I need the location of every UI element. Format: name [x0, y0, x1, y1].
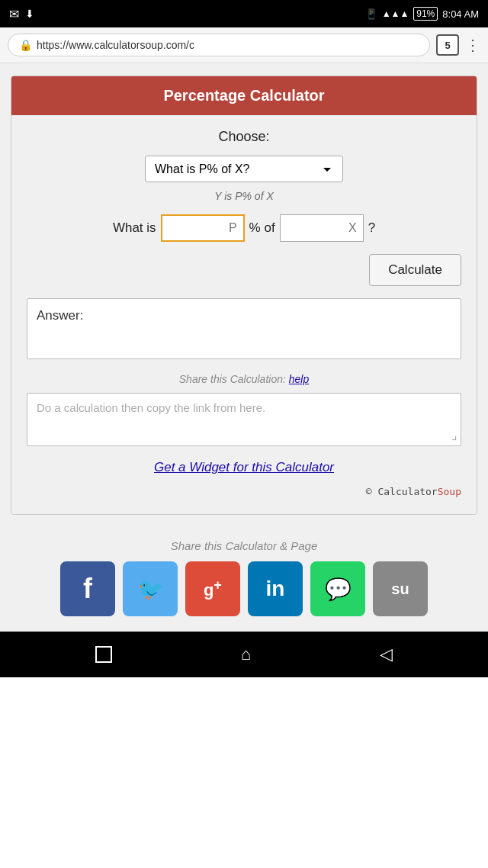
facebook-icon: f — [83, 573, 92, 605]
battery-icon: 91% — [413, 7, 438, 21]
linkedin-icon: in — [266, 577, 285, 601]
calculator-body: Choose: What is P% of X? P is what % of … — [11, 115, 477, 514]
share-calc-text: Share this Calculation: — [179, 373, 286, 385]
signal-icon: ▲▲▲ — [382, 8, 409, 19]
calculate-button[interactable]: Calculate — [369, 254, 461, 286]
answer-label: Answer: — [37, 308, 83, 323]
linkedin-share-button[interactable]: in — [248, 561, 303, 616]
formula-select[interactable]: What is P% of X? P is what % of X? P is … — [145, 156, 343, 182]
copyright: © CalculatorSoup — [27, 486, 461, 497]
facebook-share-button[interactable]: f — [60, 561, 115, 616]
time-display: 8:04 AM — [442, 8, 479, 20]
choose-label: Choose: — [27, 129, 461, 145]
twitter-icon: 🐦 — [137, 577, 164, 602]
calculator-card: Percentage Calculator Choose: What is P%… — [11, 76, 477, 515]
bottom-nav-bar: ⌂ ◁ — [0, 632, 488, 677]
dropdown-wrapper: What is P% of X? P is what % of X? P is … — [27, 156, 461, 182]
share-link-placeholder: Do a calculation then copy the link from… — [37, 401, 265, 414]
twitter-share-button[interactable]: 🐦 — [123, 561, 178, 616]
tab-count-button[interactable]: 5 — [436, 34, 459, 56]
whatsapp-icon: 💬 — [325, 577, 352, 602]
main-content: Percentage Calculator Choose: What is P%… — [0, 63, 488, 527]
status-bar: ✉ ⬇ 📱 ▲▲▲ 91% 8:04 AM — [0, 0, 488, 27]
whatsapp-share-button[interactable]: 💬 — [310, 561, 365, 616]
widget-link: Get a Widget for this Calculator — [27, 460, 461, 475]
share-section: Share this Calculator & Page f 🐦 g+ in 💬… — [0, 527, 488, 632]
gmail-icon: ✉ — [9, 7, 19, 21]
browser-bar: 🔒 https://www.calculatorsoup.com/c 5 ⋮ — [0, 27, 488, 63]
url-bar[interactable]: 🔒 https://www.calculatorsoup.com/c — [8, 34, 430, 56]
nav-square-icon[interactable] — [95, 646, 112, 663]
percent-sign-label: % of — [249, 220, 275, 236]
phone-icon: 📱 — [365, 8, 377, 20]
calculator-title: Percentage Calculator — [163, 87, 324, 104]
x-input[interactable] — [280, 214, 364, 242]
social-icons-row: f 🐦 g+ in 💬 su — [11, 561, 477, 616]
share-link-box[interactable]: Do a calculation then copy the link from… — [27, 393, 461, 446]
googleplus-share-button[interactable]: g+ — [185, 561, 240, 616]
calculate-button-row: Calculate — [27, 254, 461, 286]
browser-menu-button[interactable]: ⋮ — [465, 36, 480, 54]
share-page-label: Share this Calculator & Page — [11, 539, 477, 552]
url-text: https://www.calculatorsoup.com/c — [37, 39, 194, 51]
nav-back-icon[interactable]: ◁ — [380, 645, 393, 664]
lock-icon: 🔒 — [19, 39, 32, 51]
stumbleupon-share-button[interactable]: su — [373, 561, 428, 616]
copyright-soup: Soup — [438, 486, 461, 497]
share-calc-row: Share this Calculation: help — [27, 373, 461, 385]
answer-box: Answer: — [27, 298, 461, 359]
status-left-icons: ✉ ⬇ — [9, 7, 34, 21]
share-calc-help-link[interactable]: help — [289, 373, 309, 385]
input-row: What is % of ? — [27, 214, 461, 242]
nav-home-icon[interactable]: ⌂ — [241, 645, 251, 664]
stumbleupon-icon: su — [391, 580, 409, 598]
formula-hint: Y is P% of X — [27, 190, 461, 202]
question-mark: ? — [368, 220, 375, 236]
googleplus-icon: g+ — [204, 577, 222, 600]
status-right-icons: 📱 ▲▲▲ 91% 8:04 AM — [365, 7, 479, 21]
download-icon: ⬇ — [25, 8, 34, 20]
widget-link-anchor[interactable]: Get a Widget for this Calculator — [154, 460, 334, 474]
input-row-prefix: What is — [113, 220, 156, 236]
p-input[interactable] — [161, 214, 245, 242]
calculator-header: Percentage Calculator — [11, 76, 477, 115]
